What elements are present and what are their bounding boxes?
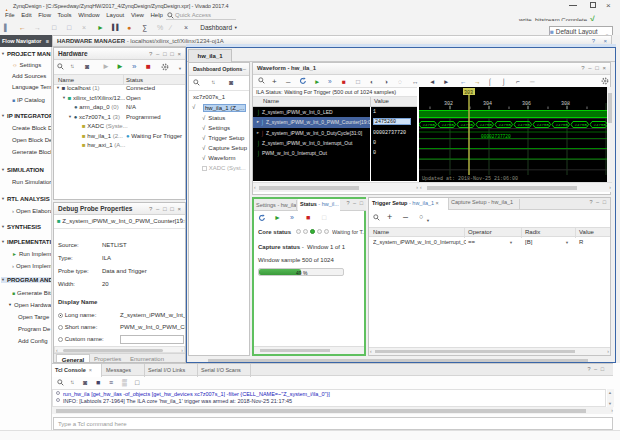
svg-text:2475B: 2475B	[499, 123, 512, 127]
svg-text:2475B: 2475B	[594, 123, 607, 127]
svg-text:302: 302	[444, 101, 453, 107]
svg-text:306: 306	[522, 101, 531, 107]
svg-text:2475B: 2475B	[442, 123, 455, 127]
svg-text:304: 304	[483, 101, 492, 107]
svg-text:2475B: 2475B	[518, 123, 531, 127]
svg-text:2475B: 2475B	[480, 123, 493, 127]
svg-text:00002737720: 00002737720	[481, 134, 511, 139]
svg-text:308: 308	[561, 101, 570, 107]
svg-text:2475B: 2475B	[556, 123, 569, 127]
svg-text:2475B: 2475B	[461, 123, 474, 127]
svg-text:2475B: 2475B	[537, 123, 550, 127]
svg-text:2475B: 2475B	[575, 123, 588, 127]
svg-text:Updated at: 2018-Nov-25 21:06:: Updated at: 2018-Nov-25 21:06:00	[422, 176, 518, 182]
svg-text:2475B: 2475B	[423, 123, 436, 127]
